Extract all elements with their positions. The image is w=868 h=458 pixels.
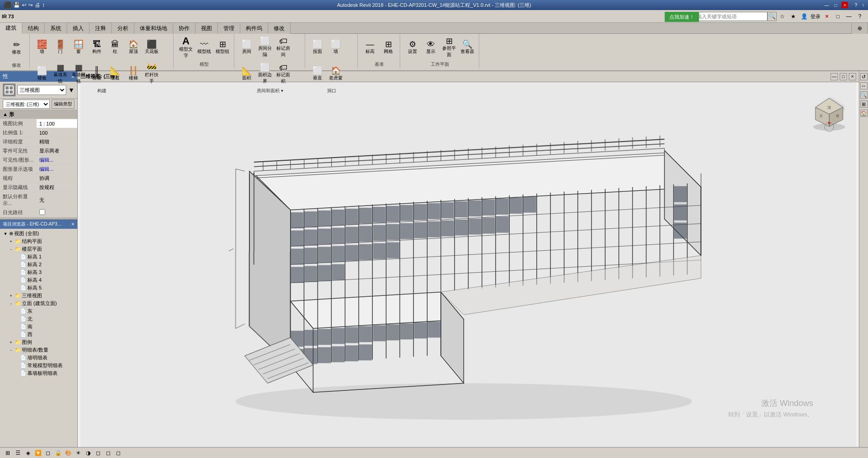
viewport-restore-button[interactable]: □ [840, 73, 847, 80]
view-selector-dropdown[interactable]: 三维视图: (三维) [3, 100, 50, 109]
tab-annotate[interactable]: 注释 [90, 23, 112, 34]
column-button[interactable]: 🏛 柱 [106, 35, 124, 60]
design-options-icon[interactable]: ◈ [24, 449, 32, 457]
sun-icon[interactable]: ☀ [74, 449, 82, 457]
tree-item-model-sched[interactable]: 📄 常规模型明细表 [1, 362, 76, 369]
model-text-button[interactable]: A 模型文字 [177, 35, 195, 60]
opening-wall-button[interactable]: ⬜ 墙 [327, 35, 344, 60]
tab-architecture[interactable]: 建筑 [0, 23, 22, 34]
props-value-sunpath[interactable] [37, 208, 77, 217]
close-button[interactable]: × [842, 2, 848, 8]
grid-button[interactable]: ⊞ 网格 [380, 35, 397, 60]
tag-room-button[interactable]: 🏷 标记房间 [275, 35, 292, 60]
tree-item-level5[interactable]: 📄 标高 5 [1, 284, 76, 292]
tree-expand-floorplan[interactable]: - [8, 247, 14, 252]
tree-item-west[interactable]: 📄 西 [1, 331, 76, 338]
star-filled-icon[interactable]: ★ [789, 12, 798, 21]
viewport-minimize-button[interactable]: — [831, 73, 838, 80]
info-icon[interactable]: ↑ [862, 2, 865, 8]
tree-item-level3[interactable]: 📄 标高 3 [1, 268, 76, 276]
nav-zoom-icon[interactable]: 🔍 [860, 91, 868, 99]
shadow-icon[interactable]: ◑ [84, 449, 92, 457]
level-button[interactable]: — 标高 [361, 35, 379, 60]
tab-modify[interactable]: 修改 [268, 23, 291, 34]
floor-button[interactable]: ⬜ 楼板 [33, 61, 51, 87]
tab-addins[interactable]: 构件坞 [240, 23, 268, 34]
user-icon[interactable]: 👤 [799, 12, 809, 21]
opening-vertical-button[interactable]: ⬜ 垂直 [309, 61, 326, 87]
lock-icon[interactable]: 🔒 [54, 449, 62, 457]
door-button[interactable]: 🚪 门 [52, 35, 69, 60]
model-group-button[interactable]: ⊞ 模型组 [214, 35, 231, 60]
props-value-scale[interactable]: 1 : 100 [37, 119, 77, 128]
tree-expand-3d[interactable]: + [8, 293, 14, 299]
ramp-button[interactable]: 📐 坡道 [106, 61, 124, 87]
crop-icon[interactable]: ◻ [94, 449, 102, 457]
props-value-partsvis[interactable]: 显示两者 [37, 147, 77, 156]
opening-face-button[interactable]: ⬜ 按面 [309, 35, 326, 60]
refplane-button[interactable]: ⊞ 参照平面 [440, 35, 458, 60]
tree-item-wall-sched[interactable]: 📄 墙明细表 [1, 354, 76, 362]
cta-button[interactable]: 点我加速！ [665, 12, 699, 22]
section-expand-geometry[interactable]: ▲ [3, 111, 8, 117]
curtainwall-button[interactable]: ▦ 幕墙系统 [52, 61, 69, 87]
tree-item-level2[interactable]: 📄 标高 2 [1, 261, 76, 268]
tree-expand-views[interactable]: ▼ [3, 231, 8, 237]
viewer-button[interactable]: 🔍 查看器 [459, 35, 476, 60]
search-input[interactable] [694, 12, 767, 21]
section-box-icon[interactable]: ◻ [44, 449, 52, 457]
tree-expand-legends[interactable]: + [8, 340, 14, 345]
tab-options[interactable]: ⊕ [852, 23, 868, 34]
tab-massing[interactable]: 体量和场地 [134, 23, 173, 34]
ceiling-button[interactable]: ⬛ 天花板 [143, 35, 160, 60]
login-label[interactable]: 登录 [810, 13, 820, 20]
nav-fit-icon[interactable]: ⊞ [860, 100, 868, 108]
window-button[interactable]: 🪟 窗 [70, 35, 87, 60]
tree-item-east[interactable]: 📄 东 [1, 307, 76, 315]
tree-item-floor-plan[interactable]: - 📁 楼层平面 [1, 245, 76, 253]
wall-button[interactable]: 🧱 墙 [33, 35, 51, 60]
modify-button[interactable]: ✏ 修改 [6, 35, 26, 61]
sunpath-checkbox[interactable] [39, 209, 45, 215]
viewport-close-button[interactable]: × [849, 73, 856, 80]
canvas-area[interactable]: 顶 前 左 N 激活 Windows 转到「设置」以激活 Windows。 [78, 82, 859, 447]
print-icon[interactable]: 🖨 [35, 2, 40, 8]
tree-item-level4[interactable]: 📄 标高 4 [1, 276, 76, 284]
tab-insert[interactable]: 插入 [67, 23, 90, 34]
area-button[interactable]: 📐 面积 [238, 61, 255, 87]
search-button[interactable]: 🔍 [767, 12, 777, 21]
tree-expand-elevations[interactable]: - [8, 301, 14, 306]
tab-systems[interactable]: 系统 [45, 23, 67, 34]
room-button[interactable]: ⬜ 房间 [238, 35, 255, 60]
restore-button[interactable]: □ [832, 2, 839, 8]
tab-structure[interactable]: 结构 [22, 23, 45, 34]
tree-item-views[interactable]: ▼ ⊕ 视图 (全部) [1, 230, 76, 237]
room-sep-button[interactable]: ⬜ 房间分隔 [256, 35, 274, 60]
navigation-cube[interactable]: 顶 前 左 N [809, 91, 850, 132]
tree-item-legends[interactable]: + 📁 图例 [1, 338, 76, 346]
temporary-hide-icon[interactable]: ◻ [114, 449, 122, 457]
worksets-icon[interactable]: ☰ [14, 449, 22, 457]
filter-icon[interactable]: 🔽 [34, 449, 42, 457]
restore-app-icon[interactable]: □ [833, 12, 842, 21]
tree-item-level1[interactable]: 📄 标高 1 [1, 253, 76, 261]
curtaingrid-button[interactable]: ▦ 幕墙网格 [70, 61, 87, 87]
tree-item-struct-plan[interactable]: + 📁 结构平面 [1, 237, 76, 245]
tab-manage[interactable]: 管理 [218, 23, 240, 34]
tab-analyze[interactable]: 分析 [112, 23, 134, 34]
dropdown-arrow-icon[interactable]: ▼ [68, 86, 74, 94]
tree-item-curtain-sched[interactable]: 📄 幕墙板明细表 [1, 369, 76, 377]
opening-dormer-button[interactable]: 🏠 老虎窗 [327, 61, 344, 87]
workplane-set-button[interactable]: ⚙ 设置 [404, 35, 421, 60]
tree-item-north[interactable]: 📄 北 [1, 315, 76, 323]
model-groups-icon[interactable]: ⊞ [4, 449, 12, 457]
tree-expand-schedules[interactable]: - [8, 347, 14, 353]
component-button[interactable]: 🏗 构件 [88, 35, 106, 60]
tab-collaborate[interactable]: 协作 [173, 23, 196, 34]
help-app-icon[interactable]: ? [855, 12, 864, 21]
nav-home-icon[interactable]: 🏠 [860, 110, 868, 117]
props-value-graphicdisp[interactable]: 编辑... [37, 165, 77, 174]
model-line-button[interactable]: 〰 模型线 [196, 35, 213, 60]
tag-area-button[interactable]: 🏷 标记面积 [275, 61, 292, 87]
tab-view[interactable]: 视图 [196, 23, 218, 34]
